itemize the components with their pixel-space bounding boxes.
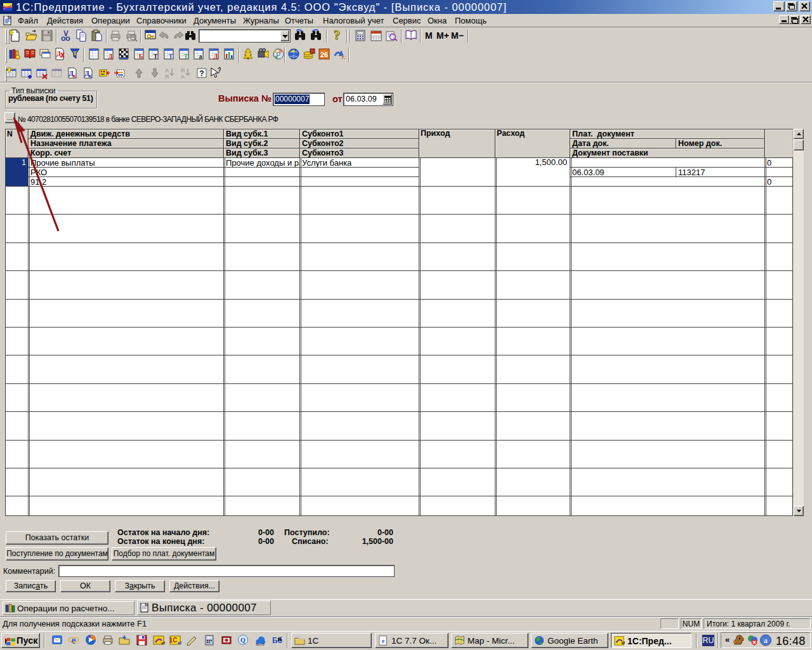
svg-text:Т: Т xyxy=(169,53,173,60)
svg-text:к: к xyxy=(72,72,76,79)
svg-text:1С: 1С xyxy=(169,637,177,644)
svg-text:Я: Я xyxy=(181,67,185,74)
svg-text:Б: Б xyxy=(139,53,143,60)
svg-text:v8: v8 xyxy=(178,640,181,645)
svg-text:А: А xyxy=(181,74,185,79)
svg-text:Д: Д xyxy=(56,50,61,57)
svg-text:Д: Д xyxy=(108,53,113,60)
svg-text:e: e xyxy=(382,637,385,644)
svg-text:07: 07 xyxy=(622,641,625,645)
svg-text:А: А xyxy=(165,67,169,74)
svg-text:Я: Я xyxy=(165,74,169,79)
svg-text:7.7: 7.7 xyxy=(341,55,346,60)
svg-text:a: a xyxy=(764,636,768,645)
svg-text:Д: Д xyxy=(214,53,218,60)
svg-text:Т: Т xyxy=(73,50,77,56)
svg-text:к: к xyxy=(88,72,92,79)
svg-text:26: 26 xyxy=(320,51,328,58)
svg-text:v7: v7 xyxy=(161,641,165,645)
svg-text:?: ? xyxy=(199,69,204,78)
svg-text:а: а xyxy=(199,53,202,60)
svg-text:e: e xyxy=(71,635,75,646)
svg-text:?: ? xyxy=(218,67,221,74)
svg-text:?: ? xyxy=(334,29,340,42)
svg-text:ВытБ: ВытБ xyxy=(256,642,265,646)
svg-text:Q: Q xyxy=(240,637,246,644)
svg-text:Т: Т xyxy=(154,53,158,60)
svg-text:Т: Т xyxy=(184,53,188,60)
